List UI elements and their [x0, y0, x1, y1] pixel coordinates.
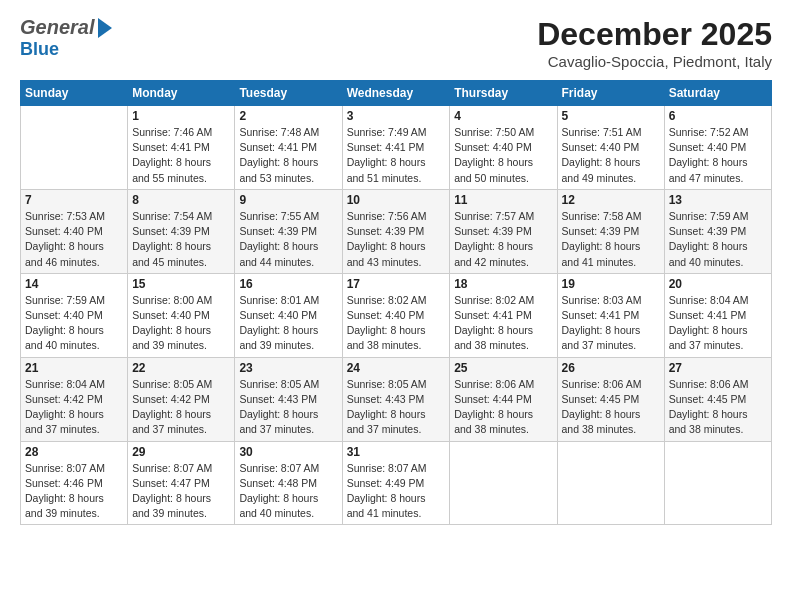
day-cell: 7Sunrise: 7:53 AMSunset: 4:40 PMDaylight… — [21, 189, 128, 273]
logo-blue-text: Blue — [20, 39, 59, 60]
day-info: Sunrise: 8:04 AMSunset: 4:41 PMDaylight:… — [669, 293, 767, 354]
day-number: 23 — [239, 361, 337, 375]
day-cell: 19Sunrise: 8:03 AMSunset: 4:41 PMDayligh… — [557, 273, 664, 357]
day-info: Sunrise: 8:04 AMSunset: 4:42 PMDaylight:… — [25, 377, 123, 438]
day-cell: 24Sunrise: 8:05 AMSunset: 4:43 PMDayligh… — [342, 357, 450, 441]
day-cell — [557, 441, 664, 525]
weekday-header-friday: Friday — [557, 81, 664, 106]
day-info: Sunrise: 7:59 AMSunset: 4:39 PMDaylight:… — [669, 209, 767, 270]
day-number: 13 — [669, 193, 767, 207]
day-number: 9 — [239, 193, 337, 207]
day-number: 28 — [25, 445, 123, 459]
day-number: 8 — [132, 193, 230, 207]
day-info: Sunrise: 7:56 AMSunset: 4:39 PMDaylight:… — [347, 209, 446, 270]
day-number: 31 — [347, 445, 446, 459]
day-cell: 20Sunrise: 8:04 AMSunset: 4:41 PMDayligh… — [664, 273, 771, 357]
day-cell: 31Sunrise: 8:07 AMSunset: 4:49 PMDayligh… — [342, 441, 450, 525]
day-info: Sunrise: 8:05 AMSunset: 4:43 PMDaylight:… — [347, 377, 446, 438]
day-number: 26 — [562, 361, 660, 375]
day-cell: 9Sunrise: 7:55 AMSunset: 4:39 PMDaylight… — [235, 189, 342, 273]
day-number: 3 — [347, 109, 446, 123]
day-number: 12 — [562, 193, 660, 207]
day-cell: 23Sunrise: 8:05 AMSunset: 4:43 PMDayligh… — [235, 357, 342, 441]
day-cell — [664, 441, 771, 525]
week-row-4: 21Sunrise: 8:04 AMSunset: 4:42 PMDayligh… — [21, 357, 772, 441]
day-info: Sunrise: 8:05 AMSunset: 4:42 PMDaylight:… — [132, 377, 230, 438]
day-cell: 2Sunrise: 7:48 AMSunset: 4:41 PMDaylight… — [235, 106, 342, 190]
day-info: Sunrise: 8:00 AMSunset: 4:40 PMDaylight:… — [132, 293, 230, 354]
day-number: 21 — [25, 361, 123, 375]
header: General Blue December 2025 Cavaglio-Spoc… — [20, 16, 772, 70]
day-number: 17 — [347, 277, 446, 291]
day-cell — [450, 441, 557, 525]
weekday-header-monday: Monday — [128, 81, 235, 106]
day-info: Sunrise: 7:50 AMSunset: 4:40 PMDaylight:… — [454, 125, 552, 186]
day-number: 30 — [239, 445, 337, 459]
day-number: 7 — [25, 193, 123, 207]
logo-arrow-icon — [98, 18, 112, 38]
day-number: 10 — [347, 193, 446, 207]
day-cell: 14Sunrise: 7:59 AMSunset: 4:40 PMDayligh… — [21, 273, 128, 357]
day-number: 1 — [132, 109, 230, 123]
day-info: Sunrise: 7:58 AMSunset: 4:39 PMDaylight:… — [562, 209, 660, 270]
day-cell: 17Sunrise: 8:02 AMSunset: 4:40 PMDayligh… — [342, 273, 450, 357]
calendar: SundayMondayTuesdayWednesdayThursdayFrid… — [20, 80, 772, 525]
day-number: 22 — [132, 361, 230, 375]
day-number: 6 — [669, 109, 767, 123]
day-cell: 29Sunrise: 8:07 AMSunset: 4:47 PMDayligh… — [128, 441, 235, 525]
day-number: 27 — [669, 361, 767, 375]
day-info: Sunrise: 8:06 AMSunset: 4:45 PMDaylight:… — [562, 377, 660, 438]
day-info: Sunrise: 7:59 AMSunset: 4:40 PMDaylight:… — [25, 293, 123, 354]
day-cell: 26Sunrise: 8:06 AMSunset: 4:45 PMDayligh… — [557, 357, 664, 441]
day-info: Sunrise: 7:54 AMSunset: 4:39 PMDaylight:… — [132, 209, 230, 270]
week-row-3: 14Sunrise: 7:59 AMSunset: 4:40 PMDayligh… — [21, 273, 772, 357]
day-cell: 11Sunrise: 7:57 AMSunset: 4:39 PMDayligh… — [450, 189, 557, 273]
day-info: Sunrise: 8:02 AMSunset: 4:40 PMDaylight:… — [347, 293, 446, 354]
day-cell: 18Sunrise: 8:02 AMSunset: 4:41 PMDayligh… — [450, 273, 557, 357]
day-cell: 4Sunrise: 7:50 AMSunset: 4:40 PMDaylight… — [450, 106, 557, 190]
day-number: 18 — [454, 277, 552, 291]
day-cell: 15Sunrise: 8:00 AMSunset: 4:40 PMDayligh… — [128, 273, 235, 357]
day-number: 19 — [562, 277, 660, 291]
day-info: Sunrise: 7:57 AMSunset: 4:39 PMDaylight:… — [454, 209, 552, 270]
day-cell: 1Sunrise: 7:46 AMSunset: 4:41 PMDaylight… — [128, 106, 235, 190]
page: General Blue December 2025 Cavaglio-Spoc… — [0, 0, 792, 612]
weekday-header-wednesday: Wednesday — [342, 81, 450, 106]
day-cell: 13Sunrise: 7:59 AMSunset: 4:39 PMDayligh… — [664, 189, 771, 273]
day-cell: 25Sunrise: 8:06 AMSunset: 4:44 PMDayligh… — [450, 357, 557, 441]
logo: General Blue — [20, 16, 112, 60]
location: Cavaglio-Spoccia, Piedmont, Italy — [537, 53, 772, 70]
day-number: 2 — [239, 109, 337, 123]
weekday-header-tuesday: Tuesday — [235, 81, 342, 106]
day-info: Sunrise: 8:06 AMSunset: 4:45 PMDaylight:… — [669, 377, 767, 438]
day-cell: 6Sunrise: 7:52 AMSunset: 4:40 PMDaylight… — [664, 106, 771, 190]
day-info: Sunrise: 7:52 AMSunset: 4:40 PMDaylight:… — [669, 125, 767, 186]
week-row-1: 1Sunrise: 7:46 AMSunset: 4:41 PMDaylight… — [21, 106, 772, 190]
day-info: Sunrise: 8:07 AMSunset: 4:46 PMDaylight:… — [25, 461, 123, 522]
week-row-2: 7Sunrise: 7:53 AMSunset: 4:40 PMDaylight… — [21, 189, 772, 273]
day-number: 29 — [132, 445, 230, 459]
day-cell: 22Sunrise: 8:05 AMSunset: 4:42 PMDayligh… — [128, 357, 235, 441]
day-cell: 16Sunrise: 8:01 AMSunset: 4:40 PMDayligh… — [235, 273, 342, 357]
day-info: Sunrise: 7:53 AMSunset: 4:40 PMDaylight:… — [25, 209, 123, 270]
day-number: 14 — [25, 277, 123, 291]
day-info: Sunrise: 8:03 AMSunset: 4:41 PMDaylight:… — [562, 293, 660, 354]
month-title: December 2025 — [537, 16, 772, 53]
day-number: 11 — [454, 193, 552, 207]
day-info: Sunrise: 7:55 AMSunset: 4:39 PMDaylight:… — [239, 209, 337, 270]
day-number: 16 — [239, 277, 337, 291]
logo-general-text: General — [20, 16, 94, 39]
day-cell — [21, 106, 128, 190]
day-cell: 5Sunrise: 7:51 AMSunset: 4:40 PMDaylight… — [557, 106, 664, 190]
day-info: Sunrise: 8:07 AMSunset: 4:49 PMDaylight:… — [347, 461, 446, 522]
day-number: 5 — [562, 109, 660, 123]
weekday-header-thursday: Thursday — [450, 81, 557, 106]
day-number: 25 — [454, 361, 552, 375]
day-number: 20 — [669, 277, 767, 291]
day-cell: 3Sunrise: 7:49 AMSunset: 4:41 PMDaylight… — [342, 106, 450, 190]
day-info: Sunrise: 8:02 AMSunset: 4:41 PMDaylight:… — [454, 293, 552, 354]
weekday-header-sunday: Sunday — [21, 81, 128, 106]
day-info: Sunrise: 7:48 AMSunset: 4:41 PMDaylight:… — [239, 125, 337, 186]
day-cell: 8Sunrise: 7:54 AMSunset: 4:39 PMDaylight… — [128, 189, 235, 273]
weekday-header-saturday: Saturday — [664, 81, 771, 106]
